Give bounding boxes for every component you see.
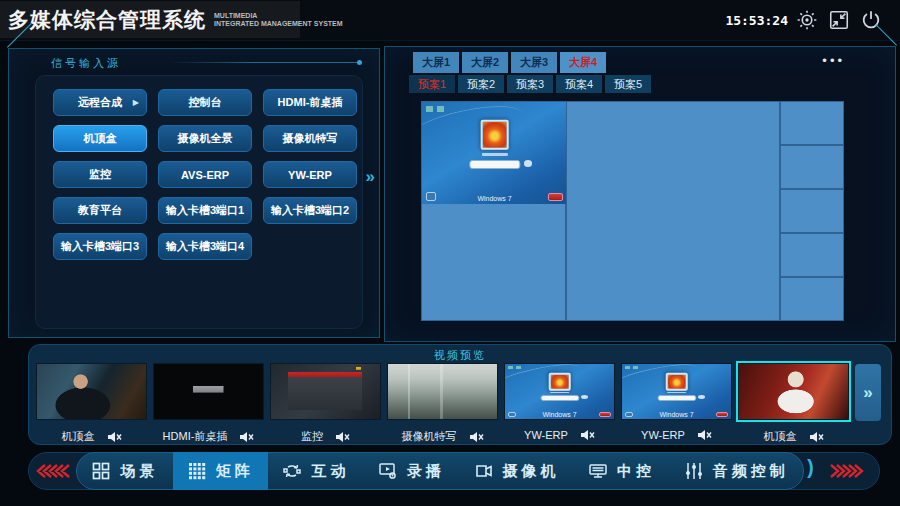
source-button[interactable]: 教育平台 xyxy=(53,197,147,224)
preview-thumbnail[interactable]: Windows 7 xyxy=(621,363,732,420)
application-window: 多媒体综合管理系统 MULTIMEDIA INTEGRATED MANAGEME… xyxy=(0,0,900,506)
preview-thumbnail[interactable] xyxy=(387,363,498,420)
source-button-label: 远程合成 xyxy=(78,95,122,110)
source-button-label: 摄像机特写 xyxy=(283,131,338,146)
videowall-cell-right[interactable] xyxy=(780,233,844,277)
mute-icon[interactable] xyxy=(809,431,824,443)
videowall-canvas[interactable]: Windows 7 xyxy=(421,101,844,321)
preset-tab[interactable]: 预案4 xyxy=(556,75,602,93)
nav-item-label: 摄像机 xyxy=(503,462,560,481)
preview-source-label: 监控 xyxy=(301,429,323,444)
preset-tab[interactable]: 预案5 xyxy=(605,75,651,93)
preview-label-row: HDMI-前桌插 xyxy=(153,429,264,444)
videowall-right-column xyxy=(780,101,844,321)
nav-item-label: 场景 xyxy=(120,462,158,481)
preview-item: Windows 7YW-ERP xyxy=(621,363,732,444)
win7-username-label xyxy=(481,153,507,156)
preview-thumbnail[interactable] xyxy=(270,363,381,420)
screen-tab[interactable]: 大屏1 xyxy=(413,52,459,73)
nav-item-label: 录播 xyxy=(407,462,445,481)
nav-item-audio-control[interactable]: 音频控制 xyxy=(670,452,803,490)
source-button-label: 控制台 xyxy=(189,95,222,110)
restore-window-icon[interactable] xyxy=(828,9,850,31)
nav-item-central-control[interactable]: 中控 xyxy=(574,452,669,490)
app-logo: 多媒体综合管理系统 MULTIMEDIA INTEGRATED MANAGEME… xyxy=(0,1,300,38)
videowall-cell-right[interactable] xyxy=(780,189,844,233)
nav-item-recording[interactable]: 录播 xyxy=(364,452,459,490)
scroll-right-decoration-icon xyxy=(816,463,866,479)
preview-label-row: 监控 xyxy=(270,429,381,444)
screen-tab-label: 大屏3 xyxy=(520,55,548,70)
videowall-cell-right[interactable] xyxy=(780,101,844,145)
nav-items: 场景矩阵互动录播摄像机中控音频控制 xyxy=(76,452,804,490)
source-button-label: 监控 xyxy=(89,167,111,182)
nav-item-scene-grid[interactable]: 场景 xyxy=(77,452,172,490)
preview-item: 机顶盒 xyxy=(738,363,849,444)
win7-username-label xyxy=(550,392,570,394)
videowall-cell-right[interactable] xyxy=(780,145,844,189)
video-preview-strip: 视频预览 机顶盒HDMI-前桌插监控摄像机特写Windows 7YW-ERPWi… xyxy=(28,344,892,445)
screen-tab-label: 大屏1 xyxy=(422,55,450,70)
preview-thumbnail[interactable] xyxy=(738,363,849,420)
win7-brand-label: Windows 7 xyxy=(505,411,614,418)
mute-icon[interactable] xyxy=(239,431,254,443)
source-button[interactable]: 摄像机特写 xyxy=(263,125,357,152)
source-button[interactable]: 监控 xyxy=(53,161,147,188)
preset-tab[interactable]: 预案1 xyxy=(409,75,455,93)
preset-tab[interactable]: 预案3 xyxy=(507,75,553,93)
source-button[interactable]: HDMI-前桌插 xyxy=(263,89,357,116)
videowall-source-window-win7[interactable]: Windows 7 xyxy=(422,102,567,204)
source-button[interactable]: 摄像机全景 xyxy=(158,125,252,152)
source-button[interactable]: 输入卡槽3端口2 xyxy=(263,197,357,224)
source-button[interactable]: 输入卡槽3端口1 xyxy=(158,197,252,224)
videowall-cell-right[interactable] xyxy=(780,277,844,321)
signal-source-panel: 信号输入源 远程合成▶控制台HDMI-前桌插机顶盒摄像机全景摄像机特写监控AVS… xyxy=(8,48,380,338)
preset-tab-label: 预案1 xyxy=(418,77,446,92)
source-button[interactable]: YW-ERP xyxy=(263,161,357,188)
preview-label-row: 摄像机特写 xyxy=(387,429,498,444)
mute-icon[interactable] xyxy=(580,429,595,441)
preset-tab[interactable]: 预案2 xyxy=(458,75,504,93)
source-button-label: 输入卡槽3端口2 xyxy=(271,203,349,218)
mute-icon[interactable] xyxy=(335,431,350,443)
preview-thumbnail[interactable]: Windows 7 xyxy=(504,363,615,420)
videowall-cell-center[interactable] xyxy=(566,101,780,321)
preview-scroll-right-button[interactable]: » xyxy=(855,364,881,421)
source-button[interactable]: AVS-ERP xyxy=(158,161,252,188)
source-button[interactable]: 机顶盒 xyxy=(53,125,147,152)
more-options-icon[interactable]: ••• xyxy=(822,53,845,68)
source-button[interactable]: 远程合成▶ xyxy=(53,89,147,116)
nav-item-label: 矩阵 xyxy=(216,462,254,481)
source-button-container: 远程合成▶控制台HDMI-前桌插机顶盒摄像机全景摄像机特写监控AVS-ERPYW… xyxy=(35,75,363,329)
mute-icon[interactable] xyxy=(107,431,122,443)
videowall-cell-left[interactable]: Windows 7 xyxy=(421,101,566,321)
win7-brand-label: Windows 7 xyxy=(622,411,731,418)
mute-icon[interactable] xyxy=(697,429,712,441)
screen-tab-label: 大屏4 xyxy=(569,55,597,70)
preview-source-label: YW-ERP xyxy=(524,429,568,441)
panel-expand-chevron-icon[interactable]: » xyxy=(366,167,375,187)
preview-item: 监控 xyxy=(270,363,381,444)
win7-login-button xyxy=(581,395,588,399)
preview-source-label: YW-ERP xyxy=(641,429,685,441)
source-button[interactable]: 输入卡槽3端口3 xyxy=(53,233,147,260)
win7-window-controls-icon xyxy=(426,106,443,112)
screen-tab[interactable]: 大屏4 xyxy=(560,52,606,73)
nav-item-matrix-grid[interactable]: 矩阵 xyxy=(173,452,268,490)
source-button-label: 教育平台 xyxy=(78,203,122,218)
screen-tabs: 大屏1大屏2大屏3大屏4 xyxy=(413,52,606,73)
nav-item-camera[interactable]: 摄像机 xyxy=(460,452,574,490)
source-button[interactable]: 控制台 xyxy=(158,89,252,116)
source-button-label: HDMI-前桌插 xyxy=(278,95,343,110)
preview-thumbnail[interactable] xyxy=(36,363,147,420)
mute-icon[interactable] xyxy=(469,431,484,443)
screen-tab[interactable]: 大屏3 xyxy=(511,52,557,73)
screen-tab[interactable]: 大屏2 xyxy=(462,52,508,73)
preview-item: HDMI-前桌插 xyxy=(153,363,264,444)
win7-thumbnail-content: Windows 7 xyxy=(622,364,731,419)
source-button[interactable]: 输入卡槽3端口4 xyxy=(158,233,252,260)
preset-tab-label: 预案4 xyxy=(565,77,593,92)
preview-thumbnail[interactable] xyxy=(153,363,264,420)
nav-item-interaction[interactable]: 互动 xyxy=(268,452,363,490)
settings-icon[interactable] xyxy=(796,9,818,31)
